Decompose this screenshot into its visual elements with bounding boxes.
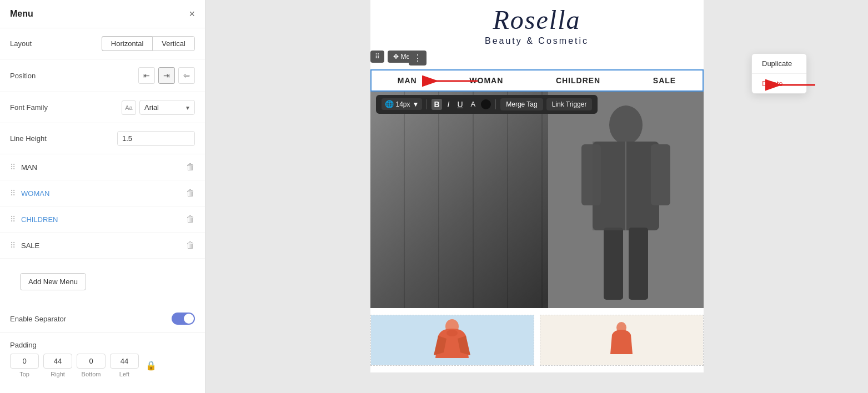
- panel-header: Menu ×: [0, 0, 205, 28]
- padding-top-field: Top: [10, 354, 39, 377]
- delete-item-button[interactable]: 🗑: [186, 214, 195, 224]
- svg-rect-8: [629, 228, 648, 300]
- list-item[interactable]: ⠿ SALE 🗑: [0, 233, 205, 259]
- bold-button[interactable]: B: [432, 99, 441, 110]
- font-family-section: Font Family Aa Arial Georgia Helvetica ▼: [0, 92, 205, 123]
- thumbnail-card-1: [370, 315, 534, 366]
- thumbnail-card-2: [540, 315, 704, 366]
- brand-title: Rosella: [370, 6, 704, 35]
- separator-row: Enable Separator: [0, 305, 205, 333]
- enable-separator-label: Enable Separator: [10, 315, 66, 323]
- font-family-select[interactable]: Arial Georgia Helvetica: [139, 100, 195, 115]
- menu-nav-item-woman[interactable]: WOMAN: [469, 76, 503, 85]
- italic-button[interactable]: I: [445, 99, 452, 110]
- padding-right-input[interactable]: [43, 354, 72, 369]
- padding-top-label: Top: [19, 371, 29, 377]
- list-item[interactable]: ⠿ WOMAN 🗑: [0, 180, 205, 206]
- position-row: Position ⇤ ⇥ ⇦: [10, 67, 195, 84]
- text-color-button[interactable]: [481, 99, 491, 109]
- layout-section: Layout Horizontal Vertical: [0, 28, 205, 59]
- cursor-icon: ✥: [393, 53, 399, 61]
- delete-item-button[interactable]: 🗑: [186, 162, 195, 172]
- layout-vertical-button[interactable]: Vertical: [152, 36, 195, 51]
- close-button[interactable]: ×: [189, 9, 195, 19]
- menu-item-label: MAN: [21, 163, 37, 172]
- menu-bar-wrapper: ⠿ ✥ Menu ⋮ MAN WOMAN CHILDREN SALE 🌐: [370, 69, 704, 92]
- left-panel: Menu × Layout Horizontal Vertical Positi…: [0, 0, 205, 393]
- delete-menu-item[interactable]: Delete: [752, 74, 806, 93]
- toolbar-more-button[interactable]: ⋮: [409, 51, 427, 66]
- padding-label: Padding: [10, 341, 54, 349]
- font-select-container: Arial Georgia Helvetica ▼: [139, 100, 195, 115]
- delete-item-button[interactable]: 🗑: [186, 240, 195, 250]
- font-size-selector[interactable]: 🌐 14px ▼: [382, 98, 423, 110]
- link-trigger-button[interactable]: Link Trigger: [546, 98, 593, 110]
- font-size-value: 14px: [396, 100, 410, 108]
- toolbar-handle[interactable]: ⠿: [370, 51, 384, 63]
- padding-label-row: Padding: [10, 341, 195, 349]
- thumbnails-row: [370, 308, 704, 372]
- layout-horizontal-button[interactable]: Horizontal: [102, 36, 153, 51]
- merge-tag-button[interactable]: Merge Tag: [500, 98, 543, 110]
- add-menu-button[interactable]: Add New Menu: [20, 273, 86, 290]
- position-right-button[interactable]: ⇦: [178, 67, 195, 84]
- underline-button[interactable]: U: [455, 99, 465, 110]
- svg-point-3: [609, 105, 643, 144]
- list-item[interactable]: ⠿ MAN 🗑: [0, 154, 205, 180]
- padding-inputs-row: Top Right Bottom Left 🔒: [10, 354, 195, 377]
- position-left-button[interactable]: ⇤: [138, 67, 155, 84]
- drag-handle-icon[interactable]: ⠿: [10, 189, 16, 198]
- drag-handle-icon[interactable]: ⠿: [10, 241, 16, 250]
- svg-rect-7: [604, 228, 623, 300]
- handle-icon: ⠿: [375, 53, 380, 61]
- line-height-input[interactable]: 1.5: [117, 131, 195, 146]
- menu-nav-item-man[interactable]: MAN: [398, 76, 417, 85]
- menu-nav-item-sale[interactable]: SALE: [653, 76, 676, 85]
- menu-bar-toolbar: ⠿ ✥ Menu ⋮: [370, 51, 427, 63]
- context-menu: Duplicate Delete: [751, 53, 807, 94]
- toolbar-separator-2: [495, 99, 496, 109]
- text-formatting-toolbar: 🌐 14px ▼ B I U A Merge Tag Link Trigger: [376, 95, 598, 114]
- padding-left-input[interactable]: [110, 354, 139, 369]
- padding-bottom-label: Bottom: [82, 371, 101, 377]
- toolbar-separator: [427, 99, 427, 109]
- svg-point-12: [446, 330, 458, 336]
- menu-nav-item-children[interactable]: CHILDREN: [556, 76, 600, 85]
- menu-item-left: ⠿ SALE: [10, 241, 39, 250]
- menu-items-section: ⠿ MAN 🗑 ⠿ WOMAN 🗑 ⠿ CHILDREN 🗑 ⠿ SALE: [0, 154, 205, 259]
- padding-left-field: Left: [110, 354, 139, 377]
- padding-right-label: Right: [51, 371, 65, 377]
- duplicate-menu-item[interactable]: Duplicate: [752, 54, 806, 74]
- position-section: Position ⇤ ⇥ ⇦: [0, 59, 205, 92]
- text-align-button[interactable]: A: [469, 99, 478, 109]
- list-item[interactable]: ⠿ CHILDREN 🗑: [0, 206, 205, 233]
- font-select-wrapper: Aa Arial Georgia Helvetica ▼: [122, 100, 195, 115]
- line-height-label: Line Height: [10, 134, 54, 143]
- main-area: Rosella Beauty & Cosmetic ⠿ ✥ Menu ⋮ MAN…: [205, 0, 868, 393]
- menu-item-label: SALE: [21, 241, 39, 250]
- hero-image: [370, 92, 704, 308]
- brand-header: Rosella Beauty & Cosmetic: [370, 0, 704, 49]
- padding-section: Padding Top Right Bottom Left 🔒: [0, 333, 205, 385]
- delete-item-button[interactable]: 🗑: [186, 188, 195, 198]
- menu-nav: MAN WOMAN CHILDREN SALE: [370, 69, 704, 92]
- layout-row: Layout Horizontal Vertical: [10, 36, 195, 51]
- thumb-bg-2: [540, 315, 703, 365]
- menu-item-left: ⠿ WOMAN: [10, 189, 49, 198]
- menu-item-label: WOMAN: [21, 189, 49, 198]
- drag-handle-icon[interactable]: ⠿: [10, 215, 16, 224]
- padding-bottom-input[interactable]: [77, 354, 106, 369]
- enable-separator-toggle[interactable]: [172, 313, 195, 325]
- svg-rect-6: [651, 144, 670, 205]
- brand-subtitle: Beauty & Cosmetic: [370, 36, 704, 46]
- drag-handle-icon[interactable]: ⠿: [10, 163, 16, 172]
- position-center-button[interactable]: ⇥: [158, 67, 175, 84]
- menu-item-label: CHILDREN: [21, 215, 58, 224]
- font-family-label: Font Family: [10, 103, 54, 112]
- layout-buttons: Horizontal Vertical: [102, 36, 195, 51]
- panel-title: Menu: [10, 9, 33, 19]
- menu-item-left: ⠿ CHILDREN: [10, 215, 58, 224]
- padding-top-input[interactable]: [10, 354, 39, 369]
- font-size-arrow: ▼: [413, 100, 419, 108]
- line-height-section: Line Height 1.5: [0, 123, 205, 154]
